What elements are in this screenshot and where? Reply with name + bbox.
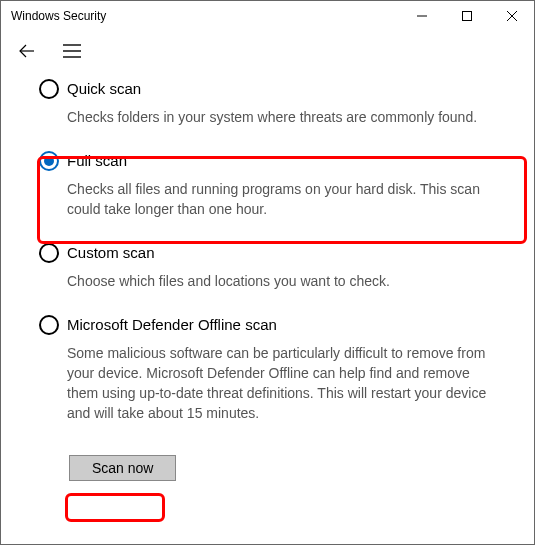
option-desc: Checks folders in your system where thre… [67,107,498,127]
window-controls [399,1,534,31]
option-custom-scan[interactable]: Custom scan Choose which files and locat… [67,243,498,291]
option-title: Microsoft Defender Offline scan [67,315,498,335]
option-defender-offline-scan[interactable]: Microsoft Defender Offline scan Some mal… [67,315,498,423]
option-desc: Checks all files and running programs on… [67,179,498,219]
radio-icon[interactable] [39,151,59,171]
radio-icon[interactable] [39,243,59,263]
nav-bar [1,31,534,71]
option-title: Full scan [67,151,498,171]
scan-now-button[interactable]: Scan now [69,455,176,481]
svg-rect-1 [462,12,471,21]
window-title: Windows Security [11,9,399,23]
option-full-scan[interactable]: Full scan Checks all files and running p… [67,151,498,219]
minimize-button[interactable] [399,1,444,31]
option-desc: Choose which files and locations you wan… [67,271,498,291]
menu-icon[interactable] [63,44,81,58]
back-icon[interactable] [17,41,37,61]
maximize-button[interactable] [444,1,489,31]
option-desc: Some malicious software can be particula… [67,343,498,423]
close-button[interactable] [489,1,534,31]
scan-options-panel: Quick scan Checks folders in your system… [1,71,534,481]
option-quick-scan[interactable]: Quick scan Checks folders in your system… [67,79,498,127]
title-bar: Windows Security [1,1,534,31]
radio-icon[interactable] [39,79,59,99]
annotation-highlight [65,493,165,522]
radio-icon[interactable] [39,315,59,335]
option-title: Quick scan [67,79,498,99]
option-title: Custom scan [67,243,498,263]
